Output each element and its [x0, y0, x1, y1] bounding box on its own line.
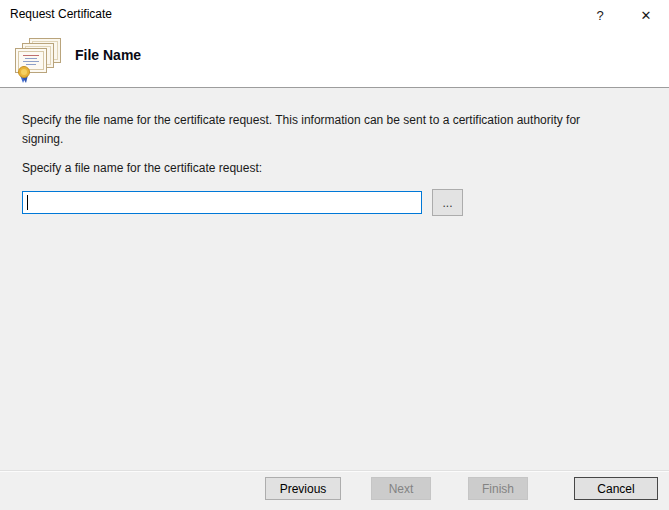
footer-divider-highlight	[0, 471, 669, 472]
file-name-label: Specify a file name for the certificate …	[22, 161, 262, 175]
window-title: Request Certificate	[10, 7, 112, 21]
previous-button[interactable]: Previous	[265, 477, 341, 500]
text-caret	[27, 195, 28, 210]
next-button[interactable]: Next	[371, 477, 431, 500]
finish-button[interactable]: Finish	[468, 477, 528, 500]
dialog-header: Request Certificate ? ✕	[0, 0, 669, 88]
description-text: Specify the file name for the certificat…	[22, 111, 614, 149]
cancel-button[interactable]: Cancel	[574, 477, 658, 500]
close-button[interactable]: ✕	[634, 3, 658, 27]
certificates-icon	[13, 37, 63, 85]
help-button[interactable]: ?	[588, 3, 612, 27]
page-title: File Name	[75, 47, 141, 63]
file-name-input[interactable]	[22, 191, 422, 214]
request-certificate-dialog: Request Certificate ? ✕	[0, 0, 669, 510]
browse-button[interactable]: ...	[432, 189, 463, 216]
